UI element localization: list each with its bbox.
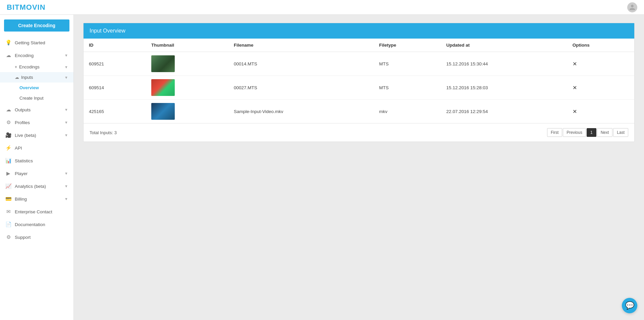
cell-filename: 00014.MTS: [228, 52, 374, 76]
cell-filename: 00027.MTS: [228, 76, 374, 100]
user-avatar[interactable]: [627, 2, 637, 12]
table-row: 425165 Sample-Input-Video.mkv mkv 22.07.…: [84, 100, 634, 123]
sidebar-item-live[interactable]: 🎥 Live (beta) ▼: [0, 129, 73, 142]
total-inputs-label: Total Inputs: 3: [90, 130, 117, 135]
mail-icon: ✉: [5, 209, 11, 215]
chevron-down-icon: ▼: [64, 120, 68, 124]
sidebar-item-enterprise-contact[interactable]: ✉ Enterprise Contact: [0, 205, 73, 218]
chart-icon: 📊: [5, 158, 11, 164]
chevron-down-icon: ▼: [64, 184, 68, 188]
col-options: Options: [567, 39, 634, 52]
cell-thumbnail: [146, 52, 228, 76]
table-body: 609521 00014.MTS MTS 15.12.2016 15:30:44…: [84, 52, 634, 123]
lightbulb-icon: 💡: [5, 40, 11, 46]
pagination-last-button[interactable]: Last: [613, 128, 628, 137]
cell-updated-at: 15.12.2016 15:30:44: [441, 52, 567, 76]
table-row: 609514 00027.MTS MTS 15.12.2016 15:28:03…: [84, 76, 634, 100]
layout: Create Encoding 💡 Getting Started ☁ Enco…: [0, 15, 644, 320]
gear-icon: ⚙: [5, 119, 11, 125]
chevron-down-icon: ▼: [64, 133, 68, 137]
col-filename: Filename: [228, 39, 374, 52]
delete-button[interactable]: ✕: [573, 85, 577, 91]
input-overview-card: Input Overview ID Thumbnail Filename Fil…: [83, 23, 635, 142]
bolt-icon: ⚡: [5, 145, 11, 151]
table-header: ID Thumbnail Filename Filetype Updated a…: [84, 39, 634, 52]
cloud-icon: ☁: [5, 52, 11, 58]
table-row: 609521 00014.MTS MTS 15.12.2016 15:30:44…: [84, 52, 634, 76]
topbar: BITMOVIN: [0, 0, 644, 15]
thumbnail-image: [151, 55, 175, 72]
sidebar-item-outputs[interactable]: ☁ Outputs ▼: [0, 103, 73, 116]
delete-button[interactable]: ✕: [573, 109, 577, 114]
sidebar-item-create-input[interactable]: Create Input: [0, 93, 73, 103]
chat-bubble-button[interactable]: 💬: [622, 298, 637, 313]
sidebar-item-support[interactable]: ⚙ Support: [0, 231, 73, 244]
sidebar-item-getting-started[interactable]: 💡 Getting Started: [0, 36, 73, 49]
pagination-next-button[interactable]: Next: [597, 128, 613, 137]
cell-options: ✕: [567, 76, 634, 100]
col-thumbnail: Thumbnail: [146, 39, 228, 52]
page-title: Input Overview: [90, 28, 125, 34]
support-icon: ⚙: [5, 234, 11, 240]
sidebar-item-statistics[interactable]: 📊 Statistics: [0, 154, 73, 167]
main-content: Input Overview ID Thumbnail Filename Fil…: [74, 15, 644, 320]
sidebar: Create Encoding 💡 Getting Started ☁ Enco…: [0, 15, 74, 320]
sidebar-item-player[interactable]: ▶ Player ▼: [0, 167, 73, 180]
doc-icon: 📄: [5, 221, 11, 227]
col-filetype: Filetype: [374, 39, 441, 52]
pagination: First Previous 1 Next Last: [547, 128, 628, 137]
chevron-down-icon: ▼: [64, 197, 68, 201]
card-icon: 💳: [5, 196, 11, 202]
delete-button[interactable]: ✕: [573, 61, 577, 67]
sidebar-item-profiles[interactable]: ⚙ Profiles ▼: [0, 116, 73, 129]
cloud-outputs-icon: ☁: [5, 107, 11, 113]
table-footer: Total Inputs: 3 First Previous 1 Next La…: [84, 123, 634, 142]
cell-thumbnail: [146, 100, 228, 123]
create-encoding-button[interactable]: Create Encoding: [4, 19, 69, 32]
play-icon: ▶: [5, 170, 11, 176]
thumbnail-image: [151, 103, 175, 120]
thumbnail-image: [151, 79, 175, 96]
cell-id: 425165: [84, 100, 146, 123]
pagination-previous-button[interactable]: Previous: [563, 128, 586, 137]
chevron-down-icon: ▼: [64, 65, 68, 69]
cell-id: 609514: [84, 76, 146, 100]
plus-icon: +: [15, 65, 17, 69]
card-header: Input Overview: [84, 23, 634, 39]
sidebar-item-documentation[interactable]: 📄 Documentation: [0, 218, 73, 231]
sidebar-item-encodings[interactable]: + Encodings ▼: [0, 62, 73, 72]
sidebar-item-encoding[interactable]: ☁ Encoding ▼: [0, 49, 73, 62]
col-updated-at: Updated at: [441, 39, 567, 52]
chevron-down-icon: ▼: [64, 53, 68, 57]
pagination-first-button[interactable]: First: [547, 128, 562, 137]
sidebar-item-overview[interactable]: Overview: [0, 83, 73, 93]
cloud-sm-icon: ☁: [15, 75, 19, 80]
chevron-down-icon: ▼: [64, 108, 68, 112]
cell-options: ✕: [567, 52, 634, 76]
inputs-table: ID Thumbnail Filename Filetype Updated a…: [84, 39, 634, 123]
video-icon: 🎥: [5, 132, 11, 138]
chevron-down-icon: ▼: [64, 171, 68, 175]
analytics-icon: 📈: [5, 183, 11, 189]
cell-thumbnail: [146, 76, 228, 100]
sidebar-item-api[interactable]: ⚡ API: [0, 142, 73, 154]
cell-filetype: mkv: [374, 100, 441, 123]
logo: BITMOVIN: [7, 3, 46, 12]
cell-updated-at: 22.07.2016 12:29:54: [441, 100, 567, 123]
sidebar-item-billing[interactable]: 💳 Billing ▼: [0, 193, 73, 205]
cell-filetype: MTS: [374, 52, 441, 76]
sidebar-item-inputs[interactable]: ☁ Inputs ▼: [0, 72, 73, 83]
col-id: ID: [84, 39, 146, 52]
cell-id: 609521: [84, 52, 146, 76]
chat-icon: 💬: [625, 301, 634, 310]
chevron-down-icon: ▼: [64, 75, 68, 79]
sidebar-item-analytics[interactable]: 📈 Analytics (beta) ▼: [0, 180, 73, 193]
cell-filename: Sample-Input-Video.mkv: [228, 100, 374, 123]
cell-options: ✕: [567, 100, 634, 123]
cell-filetype: MTS: [374, 76, 441, 100]
pagination-current-button[interactable]: 1: [587, 128, 596, 137]
cell-updated-at: 15.12.2016 15:28:03: [441, 76, 567, 100]
